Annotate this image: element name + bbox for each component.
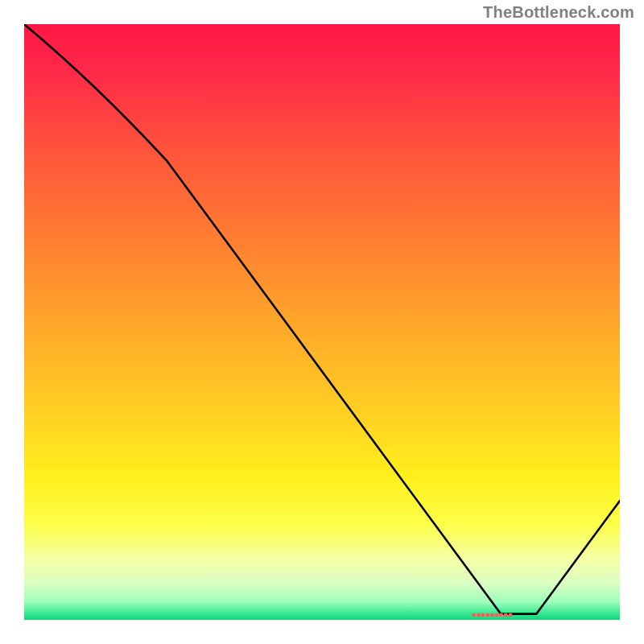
chart-container: TheBottleneck.com ●●●●●●●●● bbox=[0, 0, 644, 644]
curve-path bbox=[24, 24, 620, 614]
line-overlay bbox=[24, 24, 620, 620]
chart-area: ●●●●●●●●● bbox=[24, 24, 620, 620]
attribution-label: TheBottleneck.com bbox=[483, 3, 634, 22]
optimum-marker: ●●●●●●●●● bbox=[471, 609, 512, 619]
